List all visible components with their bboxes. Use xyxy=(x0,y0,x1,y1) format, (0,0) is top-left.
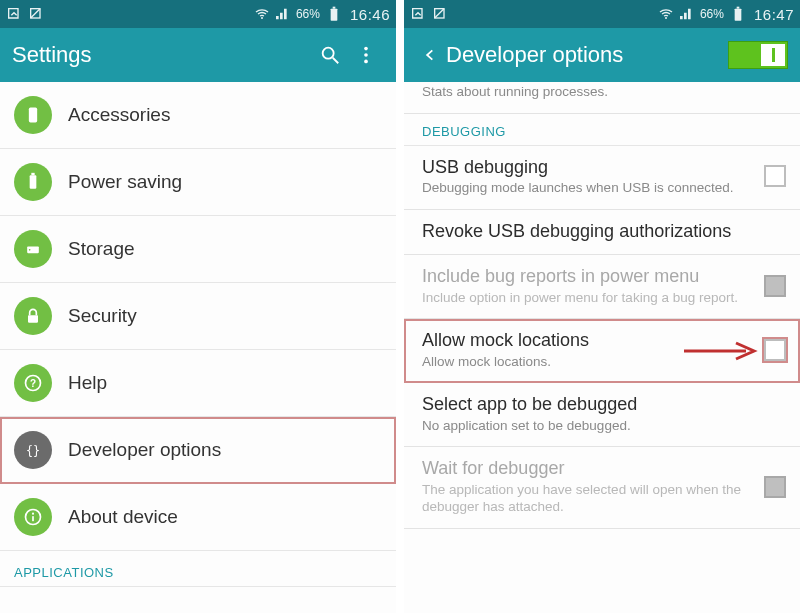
checkbox[interactable] xyxy=(764,165,786,187)
pref-sub: Allow mock locations. xyxy=(422,353,756,371)
battery-percent: 66% xyxy=(700,7,724,21)
toggle-knob xyxy=(761,44,785,66)
back-button[interactable] xyxy=(416,44,444,66)
screenshot-icon xyxy=(432,6,448,22)
sync-icon xyxy=(410,6,426,22)
svg-point-1 xyxy=(261,17,263,19)
svg-rect-22 xyxy=(735,9,742,21)
svg-point-12 xyxy=(29,249,31,251)
svg-rect-2 xyxy=(331,9,338,21)
pref-title: USB debugging xyxy=(422,156,756,179)
pref-sub: Stats about running processes. xyxy=(422,83,786,101)
battery-icon xyxy=(326,6,342,22)
master-toggle[interactable] xyxy=(728,41,788,69)
pref-bug-reports: Include bug reports in power menu Includ… xyxy=(404,255,800,319)
settings-item-label: Security xyxy=(68,305,137,327)
pref-title: Revoke USB debugging authorizations xyxy=(422,220,786,243)
sync-icon xyxy=(6,6,22,22)
pref-process-stats[interactable]: Stats about running processes. xyxy=(404,82,800,114)
svg-point-7 xyxy=(364,60,368,64)
screenshot-icon xyxy=(28,6,44,22)
signal-icon xyxy=(274,6,290,22)
settings-item-security[interactable]: Security xyxy=(0,283,396,350)
svg-text:{}: {} xyxy=(26,443,40,457)
settings-item-accessories[interactable]: Accessories xyxy=(0,82,396,149)
clock: 16:47 xyxy=(754,6,794,23)
svg-rect-19 xyxy=(32,516,34,521)
settings-item-label: Storage xyxy=(68,238,135,260)
wifi-icon xyxy=(254,6,270,22)
pref-revoke-usb[interactable]: Revoke USB debugging authorizations xyxy=(404,210,800,256)
lock-icon xyxy=(14,297,52,335)
accessory-icon xyxy=(14,96,52,134)
svg-rect-10 xyxy=(31,173,34,176)
svg-point-5 xyxy=(364,47,368,51)
storage-icon xyxy=(14,230,52,268)
appbar: Developer options xyxy=(404,28,800,82)
settings-item-storage[interactable]: Storage xyxy=(0,216,396,283)
more-icon xyxy=(355,44,377,66)
section-applications: APPLICATIONS xyxy=(0,551,396,587)
settings-list: Accessories Power saving Storage Securit… xyxy=(0,82,396,613)
pref-title: Include bug reports in power menu xyxy=(422,265,756,288)
pref-sub: Include option in power menu for taking … xyxy=(422,289,756,307)
page-title: Developer options xyxy=(446,42,728,68)
svg-rect-13 xyxy=(28,315,38,323)
settings-item-label: Power saving xyxy=(68,171,182,193)
phone-developer-options: 66% 16:47 Developer options Stats about … xyxy=(404,0,800,613)
signal-icon xyxy=(678,6,694,22)
statusbar: 66% 16:47 xyxy=(404,0,800,28)
pref-sub: The application you have selected will o… xyxy=(422,481,756,516)
svg-rect-9 xyxy=(30,175,37,188)
svg-point-6 xyxy=(364,53,368,57)
settings-item-label: Developer options xyxy=(68,439,221,461)
svg-point-4 xyxy=(323,48,334,59)
battery-saver-icon xyxy=(14,163,52,201)
svg-text:?: ? xyxy=(30,378,36,389)
overflow-button[interactable] xyxy=(348,37,384,73)
checkbox xyxy=(764,476,786,498)
search-button[interactable] xyxy=(312,37,348,73)
settings-item-power-saving[interactable]: Power saving xyxy=(0,149,396,216)
appbar: Settings xyxy=(0,28,396,82)
settings-item-about-device[interactable]: About device xyxy=(0,484,396,551)
checkbox xyxy=(764,275,786,297)
wifi-icon xyxy=(658,6,674,22)
battery-icon xyxy=(730,6,746,22)
clock: 16:46 xyxy=(350,6,390,23)
page-title: Settings xyxy=(12,42,312,68)
info-icon xyxy=(14,498,52,536)
checkbox[interactable] xyxy=(764,339,786,361)
svg-point-21 xyxy=(665,17,667,19)
pref-sub: Debugging mode launches when USB is conn… xyxy=(422,179,756,197)
pref-title: Allow mock locations xyxy=(422,329,756,352)
pref-title: Wait for debugger xyxy=(422,457,756,480)
battery-percent: 66% xyxy=(296,7,320,21)
pref-title: Select app to be debugged xyxy=(422,393,786,416)
settings-item-developer-options[interactable]: {} Developer options xyxy=(0,417,396,484)
phone-settings: 66% 16:46 Settings Accessories Power sav… xyxy=(0,0,396,613)
braces-icon: {} xyxy=(14,431,52,469)
settings-item-label: Help xyxy=(68,372,107,394)
pref-sub: No application set to be debugged. xyxy=(422,417,786,435)
developer-list: Stats about running processes. DEBUGGING… xyxy=(404,82,800,613)
svg-point-18 xyxy=(32,513,34,515)
help-icon: ? xyxy=(14,364,52,402)
pref-wait-debugger: Wait for debugger The application you ha… xyxy=(404,447,800,529)
settings-item-label: About device xyxy=(68,506,178,528)
svg-rect-3 xyxy=(333,7,336,9)
chevron-left-icon xyxy=(423,44,437,66)
pref-usb-debugging[interactable]: USB debugging Debugging mode launches wh… xyxy=(404,146,800,210)
svg-rect-23 xyxy=(737,7,740,9)
search-icon xyxy=(319,44,341,66)
pref-mock-locations[interactable]: Allow mock locations Allow mock location… xyxy=(404,319,800,383)
settings-item-label: Accessories xyxy=(68,104,170,126)
statusbar: 66% 16:46 xyxy=(0,0,396,28)
settings-item-help[interactable]: ? Help xyxy=(0,350,396,417)
section-debugging: DEBUGGING xyxy=(404,114,800,146)
pref-select-debug-app[interactable]: Select app to be debugged No application… xyxy=(404,383,800,447)
svg-rect-8 xyxy=(29,108,37,123)
